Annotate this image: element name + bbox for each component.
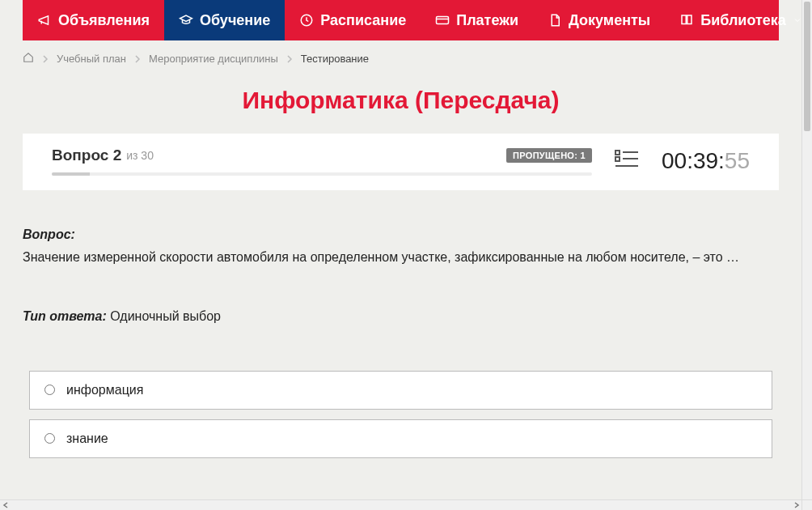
question-text: Значение измеренной скорости автомобиля … (23, 247, 779, 268)
timer-main: 00:39: (662, 148, 725, 173)
breadcrumb-current: Тестирование (301, 53, 369, 65)
breadcrumb-separator (42, 55, 49, 63)
nav-label: Обучение (200, 12, 270, 29)
graduation-icon (179, 13, 193, 28)
breadcrumb: Учебный план Мероприятие дисциплины Тест… (23, 52, 779, 66)
answer-option[interactable]: информация (29, 371, 772, 410)
answer-text: знание (66, 431, 108, 446)
question-list-button[interactable] (615, 149, 639, 173)
nav-label: Объявления (58, 12, 150, 29)
nav-learning[interactable]: Обучение (164, 0, 285, 40)
nav-library[interactable]: Библиотека (665, 0, 801, 40)
breadcrumb-link[interactable]: Учебный план (57, 53, 126, 65)
breadcrumb-link[interactable]: Мероприятие дисциплины (149, 53, 278, 65)
nav-label: Библиотека (700, 12, 786, 29)
answer-radio[interactable] (44, 385, 55, 395)
breadcrumb-separator (134, 55, 141, 63)
list-icon (615, 149, 639, 170)
page-title: Информатика (Пересдача) (0, 87, 801, 114)
chevron-down-icon (793, 15, 801, 25)
doc-icon (548, 13, 562, 28)
scrollbar-thumb[interactable] (804, 2, 810, 131)
megaphone-icon (37, 13, 52, 28)
breadcrumb-separator (286, 55, 293, 63)
question-label: Вопрос: (23, 224, 779, 245)
main-nav: Объявления Обучение Расписание Платежи Д… (23, 0, 779, 40)
answer-type-value: Одиночный выбор (110, 309, 221, 323)
question-area: Вопрос: Значение измеренной скорости авт… (23, 224, 779, 327)
answer-text: информация (66, 383, 143, 397)
question-counter: Вопрос 2 (52, 147, 121, 164)
scroll-right-arrow[interactable] (791, 500, 801, 511)
nav-label: Документы (569, 12, 650, 29)
svg-rect-2 (615, 151, 620, 155)
scroll-left-arrow[interactable] (0, 500, 11, 511)
vertical-scrollbar[interactable] (801, 0, 812, 499)
timer-seconds: 55 (725, 148, 750, 173)
clock-icon (299, 13, 314, 28)
answer-radio[interactable] (44, 433, 55, 444)
answer-option[interactable]: знание (29, 419, 772, 458)
nav-label: Платежи (456, 12, 518, 29)
horizontal-scrollbar[interactable] (0, 499, 801, 510)
nav-schedule[interactable]: Расписание (285, 0, 421, 40)
svg-rect-4 (615, 157, 620, 161)
status-bar: Вопрос 2 из 30 ПРОПУЩЕНО: 1 (23, 134, 779, 190)
options-list: информация знание (29, 371, 772, 458)
nav-label: Расписание (320, 12, 406, 29)
progress-bar (52, 172, 592, 176)
card-icon (435, 13, 450, 28)
nav-payments[interactable]: Платежи (421, 0, 533, 40)
book-icon (679, 13, 694, 28)
home-icon (23, 52, 34, 63)
skipped-badge: ПРОПУЩЕНО: 1 (506, 148, 592, 163)
scrollbar-corner (801, 499, 812, 510)
answer-type-label: Тип ответа: (23, 309, 107, 323)
timer: 00:39:55 (662, 148, 750, 174)
breadcrumb-home[interactable] (23, 52, 34, 66)
nav-announcements[interactable]: Объявления (23, 0, 164, 40)
question-total: из 30 (126, 149, 154, 162)
nav-documents[interactable]: Документы (533, 0, 665, 40)
svg-rect-1 (437, 17, 449, 24)
